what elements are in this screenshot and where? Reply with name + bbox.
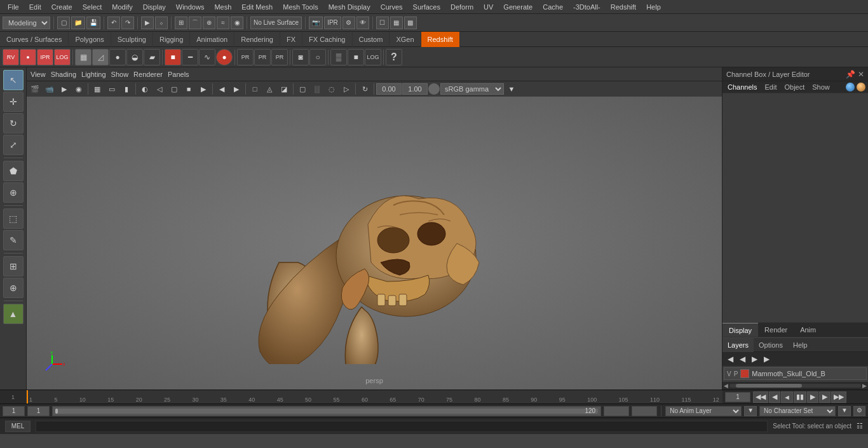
vp-rsview-btn[interactable]: ▢: [167, 83, 181, 95]
help-tab[interactable]: Help: [788, 338, 813, 352]
undo-btn[interactable]: ↶: [107, 17, 120, 29]
vp-res-btn[interactable]: □: [248, 83, 262, 95]
object-tab[interactable]: Object: [782, 83, 807, 92]
rs-ipr-btn[interactable]: IPR: [37, 49, 53, 65]
ws-tab-sculpting[interactable]: Sculpting: [111, 32, 153, 47]
vp-display-btn[interactable]: ◐: [138, 83, 152, 95]
channels-tab[interactable]: Channels: [725, 83, 759, 92]
menu-redshift[interactable]: Redshift: [606, 2, 641, 12]
color-palette-icon[interactable]: [846, 83, 855, 92]
frame-start-left[interactable]: [3, 406, 25, 416]
vp-iso-btn[interactable]: ◉: [72, 83, 86, 95]
vp-anim-btn[interactable]: ▶: [196, 83, 210, 95]
vp-colorspace-select[interactable]: sRGB gamma: [440, 83, 504, 95]
viewport-canvas[interactable]: persp X Y: [27, 97, 722, 390]
menu-uv[interactable]: UV: [478, 2, 498, 12]
rs-pr1-btn[interactable]: PR: [237, 49, 254, 65]
snap-surface-btn[interactable]: ≈: [217, 17, 229, 29]
menu-file[interactable]: File: [3, 2, 24, 12]
rs-light-btn[interactable]: ○: [309, 49, 326, 65]
vp-menu-panels[interactable]: Panels: [168, 71, 189, 78]
vp-fog-btn[interactable]: ░: [310, 83, 324, 95]
layer-playback-toggle[interactable]: P: [734, 370, 738, 377]
go-end-btn[interactable]: ▶▶: [831, 391, 846, 403]
vp-arrow-btn[interactable]: ◀: [215, 83, 229, 95]
ws-tab-polygons[interactable]: Polygons: [69, 32, 111, 47]
menu-modify[interactable]: Modify: [107, 2, 137, 12]
vp-res3-btn[interactable]: ◪: [277, 83, 291, 95]
camera-tool[interactable]: ▲: [3, 304, 24, 324]
snap-grid-btn[interactable]: ⊞: [175, 17, 187, 29]
vp-refresh-btn[interactable]: ↻: [358, 83, 372, 95]
scroll-track[interactable]: [729, 384, 861, 388]
rs-red-cube-btn[interactable]: ■: [165, 49, 181, 65]
rs-help-btn[interactable]: ?: [386, 49, 402, 65]
live-surface-btn[interactable]: No Live Surface: [250, 17, 302, 29]
new-scene-btn[interactable]: ▢: [57, 17, 70, 29]
rs-plate-btn[interactable]: ◙: [292, 49, 309, 65]
vp-transform-input[interactable]: [376, 83, 402, 95]
layout2-btn[interactable]: ▩: [404, 17, 417, 29]
go-start-btn[interactable]: ◀◀: [753, 391, 768, 403]
menu-select[interactable]: Select: [78, 2, 107, 12]
rs-grid-btn[interactable]: ▦: [75, 49, 92, 65]
menu-mesh-display[interactable]: Mesh Display: [323, 2, 376, 12]
soft-select[interactable]: ⬟: [3, 161, 24, 181]
edit-tab[interactable]: Edit: [762, 83, 779, 92]
time-slider-track[interactable]: [55, 409, 598, 414]
menu-mesh-tools[interactable]: Mesh Tools: [278, 2, 323, 12]
options-tab[interactable]: Options: [754, 338, 788, 352]
maximize-btn[interactable]: ☐: [376, 17, 389, 29]
vp-cam-btn[interactable]: 🎬: [28, 83, 42, 95]
vp-menu-renderer[interactable]: Renderer: [133, 71, 163, 78]
layout-btn[interactable]: ▦: [390, 17, 403, 29]
render-view-btn[interactable]: 👁: [356, 17, 369, 29]
vp-colorspace-arrow[interactable]: ▼: [505, 83, 519, 95]
snap-curve-btn[interactable]: ⌒: [189, 17, 201, 29]
select-tool[interactable]: ↖: [3, 70, 24, 90]
right-panel-scrollbar[interactable]: ◀ ▶: [722, 382, 868, 390]
menu-create[interactable]: Create: [46, 2, 78, 12]
timeline-playhead[interactable]: [27, 390, 28, 404]
color-palette2-icon[interactable]: [857, 83, 865, 92]
snap-to-point[interactable]: ⊕: [3, 278, 24, 298]
vp-menu-view[interactable]: View: [31, 71, 46, 78]
char-set-arrow[interactable]: ▼: [838, 406, 851, 416]
vp-shade-btn[interactable]: ▮: [119, 83, 133, 95]
rs-rv-btn[interactable]: RV: [3, 49, 19, 65]
menu-edit[interactable]: Edit: [24, 2, 46, 12]
rs-log-btn[interactable]: LOG: [54, 49, 71, 65]
menu-surfaces[interactable]: Surfaces: [408, 2, 445, 12]
max-time-input[interactable]: 200: [632, 406, 657, 416]
menu-edit-mesh[interactable]: Edit Mesh: [236, 2, 278, 12]
rs-curve-btn[interactable]: ∿: [199, 49, 215, 65]
frame-start-right[interactable]: [27, 406, 50, 416]
ws-tab-rigging[interactable]: Rigging: [153, 32, 190, 47]
ws-tab-curves-surfaces[interactable]: Curves / Surfaces: [0, 32, 69, 47]
ws-tab-xgen[interactable]: XGen: [390, 32, 421, 47]
paint-select[interactable]: ✎: [3, 230, 24, 250]
rs-sphere-btn[interactable]: ●: [109, 49, 126, 65]
ws-tab-redshift[interactable]: Redshift: [421, 32, 460, 47]
vp-wire-btn[interactable]: ▭: [105, 83, 119, 95]
menu-deform[interactable]: Deform: [445, 2, 478, 12]
layer-arrow-right-btn[interactable]: ▶: [749, 353, 760, 365]
ws-tab-rendering[interactable]: Rendering: [234, 32, 280, 47]
vp-geo2-btn[interactable]: ▷: [339, 83, 353, 95]
anim-layer-select[interactable]: No Anim Layer: [665, 406, 742, 416]
vp-menu-shading[interactable]: Shading: [51, 71, 76, 78]
channel-box-pin[interactable]: 📌: [846, 70, 855, 79]
play-fwd-btn[interactable]: ▶: [807, 391, 818, 403]
ws-tab-fx-caching[interactable]: FX Caching: [302, 32, 352, 47]
vp-clip-btn[interactable]: ▢: [295, 83, 309, 95]
snap-live-btn[interactable]: ◉: [231, 17, 243, 29]
time-slider-thumb[interactable]: [55, 409, 58, 414]
vp-color-btn[interactable]: [428, 83, 440, 95]
rs-vol-btn[interactable]: ▰: [144, 49, 160, 65]
current-frame-display[interactable]: [725, 392, 750, 402]
render-cam-btn[interactable]: 📷: [309, 17, 323, 29]
vp-res2-btn[interactable]: ◬: [262, 83, 276, 95]
menu-display[interactable]: Display: [138, 2, 171, 12]
rs-log2-btn[interactable]: LOG: [365, 49, 381, 65]
render-ipr-btn[interactable]: IPR: [324, 17, 341, 29]
